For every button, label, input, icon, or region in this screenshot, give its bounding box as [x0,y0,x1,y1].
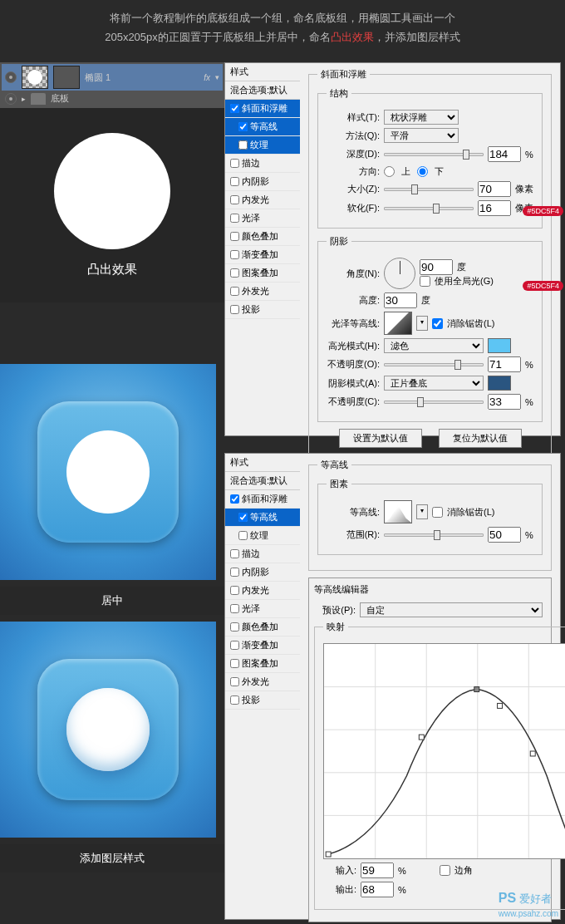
angle-input[interactable] [420,259,453,275]
style-inner-glow[interactable]: 内发光 [225,191,300,209]
highlight-color-swatch[interactable] [488,338,511,353]
highlight-mode-select[interactable]: 滤色 [384,338,484,353]
style-satin[interactable]: 光泽 [225,209,300,228]
contour-fieldset: 等高线 图素 等高线:▾消除锯齿(L) 范围(R):% [308,459,552,571]
style-outer-glow[interactable]: 外发光 [225,673,300,691]
preview-styled [0,622,216,838]
style-pattern-overlay[interactable]: 图案叠加 [225,655,300,673]
size-slider[interactable] [384,188,474,191]
layer-name: 底板 [51,92,219,105]
style-drop-shadow[interactable]: 投影 [225,301,300,319]
svg-rect-8 [326,852,331,857]
set-default-button[interactable]: 设置为默认值 [339,429,422,448]
blend-options[interactable]: 混合选项:默认 [225,81,300,100]
color-tag-1: #5DC5F4 [523,206,563,216]
soften-input[interactable] [478,200,511,216]
corner-checkbox[interactable] [440,865,450,876]
style-color-overlay[interactable]: 颜色叠加 [225,618,300,636]
caption-styled: 添加图层样式 [0,844,224,872]
layer-row-group[interactable]: ▸ 底板 [2,91,223,106]
style-stroke[interactable]: 描边 [225,545,300,563]
watermark: PS 爱好者 www.psahz.com [499,891,558,919]
styles-list: 样式 混合选项:默认 斜面和浮雕 等高线 纹理 描边 内阴影 内发光 光泽 颜色… [225,454,300,919]
reset-default-button[interactable]: 复位为默认值 [439,429,522,448]
opacity1-slider[interactable] [384,363,484,366]
svg-rect-11 [498,703,503,708]
svg-rect-12 [530,751,535,756]
size-input[interactable] [478,181,511,197]
mapping-fieldset: 映射 输入 [314,621,565,910]
style-gradient-overlay[interactable]: 渐变叠加 [225,246,300,264]
opacity1-input[interactable] [488,356,521,372]
range-input[interactable] [488,527,521,543]
preview-label: 凸出效果 [0,262,224,278]
color-tag-2: #5DC5F4 [523,281,563,291]
style-inner-shadow[interactable]: 内阴影 [225,173,300,191]
styles-header[interactable]: 样式 [225,454,300,472]
blend-options[interactable]: 混合选项:默认 [225,472,300,490]
dir-up-radio[interactable] [384,166,395,177]
shadow-mode-select[interactable]: 正片叠底 [384,376,484,391]
preset-select[interactable]: 自定 [360,602,543,617]
layers-panel: 椭圆 1 fx ▾ ▸ 底板 [0,62,224,108]
style-gradient-overlay[interactable]: 渐变叠加 [225,636,300,655]
preview-centered [0,364,216,580]
curve-output[interactable] [361,882,394,897]
soften-slider[interactable] [384,207,474,210]
contour-editor: 等高线编辑器 预设(P):自定 映射 [308,578,552,922]
chevron-right-icon[interactable]: ▸ [22,95,26,103]
folder-icon [31,93,46,105]
shadow-color-swatch[interactable] [488,376,511,391]
instructions-text: 将前一个教程制作的底板组成一个组，命名底板组，用椭圆工具画出一个 205x205… [0,0,565,56]
caption-centered: 居中 [0,587,224,615]
style-contour[interactable]: 等高线 [225,118,300,136]
style-drop-shadow[interactable]: 投影 [225,691,300,710]
styles-header[interactable]: 样式 [225,63,300,81]
contour-picker[interactable] [384,500,412,523]
style-texture[interactable]: 纹理 [225,527,300,545]
style-pattern-overlay[interactable]: 图案叠加 [225,264,300,283]
canvas-preview-1: 凸出效果 [0,108,224,302]
opacity2-input[interactable] [488,394,521,410]
altitude-input[interactable] [384,292,417,308]
style-outer-glow[interactable]: 外发光 [225,283,300,301]
gloss-contour-picker[interactable] [384,312,412,335]
bevel-fieldset: 斜面和浮雕 结构 样式(T):枕状浮雕 方法(Q):平滑 深度(D):% 方向:… [308,68,552,457]
range-slider[interactable] [384,533,484,537]
dir-down-radio[interactable] [417,166,428,177]
curve-editor[interactable] [323,643,565,859]
antialias-checkbox[interactable] [432,318,443,329]
styles-list: 样式 混合选项:默认 斜面和浮雕 等高线 纹理 描边 内阴影 内发光 光泽 颜色… [225,63,300,435]
opacity2-slider[interactable] [384,401,484,404]
fx-badge[interactable]: fx [204,73,210,82]
style-inner-glow[interactable]: 内发光 [225,582,300,600]
shadow-fieldset: 阴影 角度(N): 度 使用全局光(G) 高度:度 光泽等高线:▾消除锯齿(L)… [317,235,543,422]
bevel-style-select[interactable]: 枕状浮雕 [384,110,459,125]
elements-fieldset: 图素 等高线:▾消除锯齿(L) 范围(R):% [317,478,543,555]
style-contour[interactable]: 等高线 [225,509,300,527]
chevron-down-icon[interactable]: ▾ [215,73,219,81]
curve-input[interactable] [361,863,394,878]
bevel-method-select[interactable]: 平滑 [384,128,459,143]
dropdown-arrow-icon[interactable]: ▾ [416,504,428,519]
structure-fieldset: 结构 样式(T):枕状浮雕 方法(Q):平滑 深度(D):% 方向:上下 大小(… [317,87,543,229]
depth-slider[interactable] [384,153,484,156]
antialias-checkbox[interactable] [432,507,443,518]
style-satin[interactable]: 光泽 [225,600,300,618]
angle-wheel[interactable] [384,258,415,289]
global-light-checkbox[interactable] [420,276,430,287]
style-stroke[interactable]: 描边 [225,155,300,173]
style-inner-shadow[interactable]: 内阴影 [225,563,300,582]
style-bevel[interactable]: 斜面和浮雕 [225,490,300,509]
layer-style-dialog-bevel: 样式 混合选项:默认 斜面和浮雕 等高线 纹理 描边 内阴影 内发光 光泽 颜色… [224,62,561,436]
style-bevel[interactable]: 斜面和浮雕 [225,100,300,118]
visibility-icon[interactable] [5,93,17,105]
svg-rect-10 [474,687,479,692]
style-color-overlay[interactable]: 颜色叠加 [225,228,300,246]
depth-input[interactable] [488,146,521,162]
style-texture[interactable]: 纹理 [225,136,300,155]
dropdown-arrow-icon[interactable]: ▾ [416,316,428,331]
layer-row-ellipse[interactable]: 椭圆 1 fx ▾ [2,64,223,91]
svg-rect-9 [419,735,424,740]
visibility-icon[interactable] [5,71,17,83]
